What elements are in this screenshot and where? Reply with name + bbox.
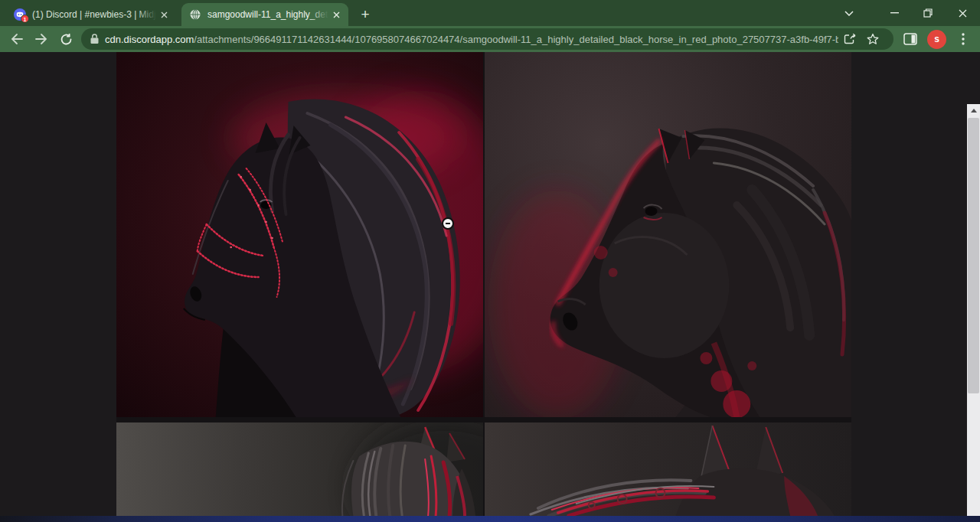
close-button[interactable] (945, 0, 980, 26)
scrollbar-up-icon[interactable] (967, 104, 980, 117)
new-tab-button[interactable]: + (354, 4, 376, 25)
globe-icon (189, 8, 201, 21)
notification-badge: 1 (21, 15, 29, 23)
scrollbar[interactable] (967, 104, 980, 522)
menu-kebab-icon[interactable] (951, 27, 975, 51)
tab-search-chevron-icon[interactable] (833, 0, 865, 26)
address-bar[interactable]: cdn.discordapp.com/attachments/966491171… (81, 28, 893, 50)
window-controls (833, 0, 980, 26)
image-quadrant-bottom-right (485, 422, 851, 516)
taskbar-edge (0, 516, 980, 522)
tab-close-icon[interactable] (158, 8, 170, 21)
image-quadrant-top-right (485, 52, 851, 417)
tab-close-icon[interactable] (330, 8, 342, 21)
restore-button[interactable] (911, 0, 945, 26)
tab-strip: 1 (1) Discord | #newbies-3 | Midjou samg… (0, 0, 980, 26)
image-quadrant-top-left (116, 52, 483, 417)
url-domain: cdn.discordapp.com (105, 34, 194, 45)
reload-icon[interactable] (54, 27, 78, 51)
bookmark-star-icon[interactable] (861, 28, 884, 50)
minimize-button[interactable] (877, 0, 911, 26)
tab-image[interactable]: samgoodwill-11_a_highly_detaile (181, 3, 348, 26)
tab-title: samgoodwill-11_a_highly_detaile (207, 8, 328, 21)
zoom-out-cursor-icon (442, 217, 454, 230)
forward-icon[interactable] (29, 27, 54, 51)
page-content (0, 52, 980, 516)
tab-discord[interactable]: 1 (1) Discord | #newbies-3 | Midjou (6, 3, 176, 26)
url-path: /attachments/966491171142631444/10769580… (194, 34, 838, 45)
profile-avatar[interactable]: s (927, 30, 946, 49)
tab-title: (1) Discord | #newbies-3 | Midjou (32, 8, 156, 21)
back-icon[interactable] (5, 27, 29, 51)
horse-image-grid[interactable] (116, 52, 851, 516)
discord-icon: 1 (14, 8, 26, 21)
image-quadrant-bottom-left (116, 422, 483, 516)
url-text: cdn.discordapp.com/attachments/966491171… (105, 34, 838, 45)
toolbar: cdn.discordapp.com/attachments/966491171… (0, 26, 980, 52)
share-icon[interactable] (838, 28, 861, 50)
scrollbar-thumb[interactable] (968, 118, 979, 393)
side-panel-icon[interactable] (898, 27, 923, 51)
lock-icon (90, 34, 99, 44)
